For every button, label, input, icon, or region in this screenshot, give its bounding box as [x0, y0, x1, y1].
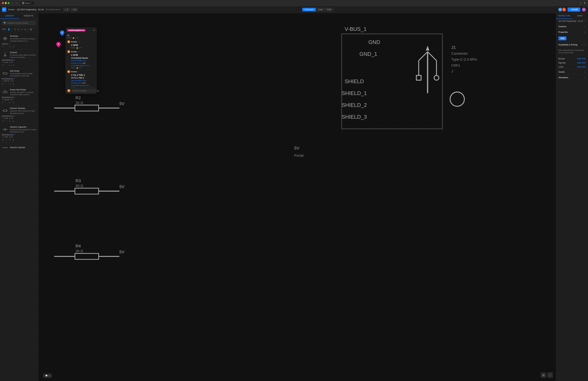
send-button[interactable]: ▶ [97, 90, 99, 92]
tab-objects[interactable]: OBJECTS [19, 13, 38, 19]
app-logo[interactable]: F [2, 7, 6, 12]
tab-inspector[interactable]: INSPECTOR [556, 13, 572, 19]
action-code[interactable]: </> [8, 64, 11, 66]
message-input[interactable] [71, 89, 96, 93]
canvas-area[interactable]: V-BUS_1 GND GND_1 SHIELD SHIELD_1 SHIELD… [38, 13, 556, 381]
refresh-icon[interactable]: ↺ [582, 44, 583, 46]
action-code[interactable]: </> [8, 120, 11, 122]
action-3d[interactable]: ◈ [13, 120, 14, 122]
tab-code[interactable]: Code [316, 8, 325, 11]
link-contact[interactable]: contact@example.com [71, 65, 89, 66]
reply-link[interactable]: Reply [67, 37, 71, 39]
filter-code-icon[interactable]: </> [20, 28, 23, 31]
tab-close-icon[interactable]: ✕ [31, 2, 32, 4]
action-code[interactable]: </> [8, 139, 11, 141]
fork-button[interactable]: ⑂ 11 [71, 8, 78, 11]
chat-close-icon[interactable]: ✕ [93, 29, 95, 31]
reply-link[interactable]: Reply [71, 47, 75, 49]
tab-chat[interactable]: CHAT [572, 13, 588, 19]
action-3d[interactable]: ◈ [13, 64, 14, 66]
action-settings[interactable]: ⚙ [2, 45, 4, 48]
link-example[interactable]: example.com [71, 62, 82, 64]
list-item[interactable]: Ground A common return path for electric… [0, 50, 38, 68]
visit-site-digikey[interactable]: VISIT SITE [577, 62, 586, 64]
action-settings[interactable]: ⚙ [2, 83, 4, 85]
action-star[interactable]: ☆ [5, 83, 7, 85]
share-button[interactable]: ↑ SHARE [567, 7, 580, 12]
action-code[interactable]: </> [8, 101, 11, 104]
chat-message-4: B brooks ✔ # I'm a Title 1 ## I'm a Titl… [67, 70, 95, 87]
filter-3d-icon[interactable]: ◈ [24, 28, 26, 31]
action-star[interactable]: ☆ [5, 45, 7, 48]
browser-tab-active[interactable]: flux.ai ✕ [21, 1, 34, 5]
filter-cart-icon[interactable]: 🛒 [30, 28, 33, 31]
tab-library[interactable]: LIBRARY [0, 13, 19, 19]
action-settings[interactable]: ⚙ [2, 64, 4, 66]
link-contact2[interactable]: contact@example.com [71, 85, 89, 86]
filter-star-icon[interactable]: ☆ [11, 28, 13, 31]
list-item[interactable]: Generic Inductor [0, 143, 38, 153]
minimize-button[interactable] [5, 2, 7, 4]
add-property-button[interactable]: ADD [558, 37, 567, 40]
like-icon[interactable]: 👍 [76, 67, 78, 69]
link-example2[interactable]: example.com [71, 82, 82, 84]
properties-header[interactable]: Properties ∧ [556, 29, 588, 35]
right-panel: INSPECTOR CHAT Q4 2022 Dogfooding - On A… [556, 13, 588, 381]
controls-header[interactable]: Controls ∨ [556, 24, 588, 29]
availability-header[interactable]: Availability & Pricing ↺ ∧ [556, 42, 588, 47]
tab-schematic[interactable]: Schematic [302, 8, 316, 11]
action-star[interactable]: ☆ [5, 120, 7, 122]
user-avatar[interactable]: U [582, 7, 586, 12]
filter-icons: 👤 ☆ ⚙ ⊞ </> ◈ ∿ 🛒 [7, 28, 33, 31]
filter-user-icon[interactable]: 👤 [7, 28, 10, 31]
action-settings[interactable]: ⚙ [2, 139, 4, 141]
action-star[interactable]: ☆ [5, 101, 7, 104]
list-item[interactable]: Net Portal A net identifier used to crea… [0, 68, 38, 87]
action-code[interactable]: </> [8, 83, 11, 85]
fullscreen-toggle[interactable]: ⛶ [547, 372, 553, 378]
tab-pcb[interactable]: PCB [325, 8, 333, 11]
action-code[interactable]: </> [8, 45, 11, 48]
maximize-button[interactable] [8, 2, 10, 4]
forward-icon[interactable]: › [15, 1, 18, 4]
link-www[interactable]: www.example.com [71, 60, 86, 61]
action-3d[interactable]: ◈ [13, 83, 14, 85]
link-www2[interactable]: www.example.com [71, 80, 86, 81]
action-3d[interactable]: ◈ [13, 45, 14, 48]
project-dropdown[interactable]: Q4 2022 Dogfooding - On Air ∨ [556, 19, 588, 24]
list-item[interactable]: Power Net Portal A power net portal is a… [0, 87, 38, 106]
action-settings[interactable]: ⚙ [2, 101, 4, 104]
list-item[interactable]: Generic Capacitor A generic fixed capaci… [0, 124, 38, 143]
msg-actions: Reply 👍 17d [67, 67, 95, 69]
main-layout: LIBRARY OBJECTS 🔍 Filter 👤 ☆ ⚙ ⊞ </> ◈ ∿… [0, 13, 588, 381]
close-button[interactable] [2, 2, 4, 4]
list-item[interactable]: Generic Resistor A generic fixed resisto… [0, 105, 38, 124]
share-icon[interactable]: ⬆ [583, 1, 586, 4]
action-settings[interactable]: ⚙ [2, 120, 4, 122]
star-button[interactable]: ☆ 1 [63, 8, 70, 11]
visit-site-lcsc[interactable]: VISIT SITE [577, 66, 586, 68]
msg-avatar: B [67, 40, 70, 43]
filter-sim-icon[interactable]: ∿ [27, 28, 29, 31]
like-icon[interactable]: 👍 [72, 37, 74, 39]
reply-link[interactable]: Reply [71, 67, 75, 69]
like-icon[interactable]: 👍 [76, 47, 78, 49]
new-tab-icon[interactable]: + [579, 1, 582, 4]
comment-badge[interactable]: 💬 4 [43, 374, 52, 378]
action-3d[interactable]: ◈ [13, 139, 14, 141]
action-star[interactable]: ☆ [5, 64, 7, 66]
filter-grid-icon[interactable]: ⊞ [17, 28, 19, 31]
action-star[interactable]: ☆ [5, 139, 7, 141]
visit-site-mouser[interactable]: VISIT SITE [577, 58, 586, 60]
dropdown-arrow-icon: ∨ [584, 20, 586, 22]
filter-settings-icon[interactable]: ⚙ [14, 28, 16, 31]
msg-content: # I'm a Title 1 ## I'm a Title 2 www.exa… [67, 74, 95, 87]
back-icon[interactable]: ‹ [11, 1, 14, 4]
assets-header[interactable]: Assets ∨ [556, 69, 588, 75]
project-name[interactable]: Q4 2022 Dogfooding - On Air [17, 8, 44, 11]
list-item[interactable]: Terminal An electrical connector acting … [0, 33, 38, 50]
simulation-header[interactable]: Simulation ∨ [556, 75, 588, 80]
search-input[interactable] [7, 22, 35, 24]
grid-toggle[interactable]: ⊞ [541, 372, 546, 378]
action-3d[interactable]: ◈ [13, 101, 14, 104]
